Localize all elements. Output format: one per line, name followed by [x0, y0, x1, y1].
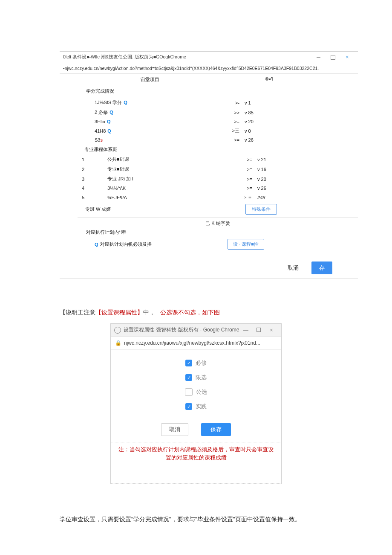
dialog-title: 设置课程属性-强智科技-版权所有 - Google Chrome: [124, 326, 239, 334]
header-value: ®»'I: [222, 76, 316, 83]
lock-icon: 🔒: [115, 340, 121, 346]
dialog-cancel-button[interactable]: 取消: [161, 423, 188, 436]
credit-row: 2 必修Q >> v 85: [78, 108, 358, 117]
close-icon[interactable]: ×: [340, 54, 355, 60]
section-credit-status: 学分完成情况: [78, 87, 358, 98]
info-icon[interactable]: Q: [107, 128, 111, 134]
plan-label: 对应执行计划内*!程: [78, 227, 358, 237]
dialog-window: 设置课程属性-强智科技-版权所有 - Google Chrome — × 🔒 n…: [110, 323, 282, 484]
instruction-text: 【说明工注意【设置课程属性】中， 公选课不勾选，如下图: [60, 309, 392, 317]
checkbox-icon[interactable]: [185, 360, 192, 366]
close-icon[interactable]: ×: [265, 327, 278, 333]
option-limited[interactable]: 限选: [111, 370, 281, 385]
option-practice[interactable]: 实践: [111, 399, 281, 414]
window-title: 0lelt 条件设■-WIle 潮&技友任公国. 版权所为■GOogkChrom…: [63, 54, 186, 60]
globe-icon: [114, 327, 121, 334]
minimize-icon[interactable]: —: [239, 327, 252, 333]
maximize-icon[interactable]: [326, 54, 340, 60]
footer-label: 专斑 W 成姬: [85, 206, 111, 212]
header-item: 宙堂项目: [78, 76, 222, 83]
address-bar: •njwc.nczy.edu.cn/newbyglAction.do?metho…: [60, 63, 358, 74]
minimize-icon[interactable]: [311, 54, 326, 60]
info-icon[interactable]: Q: [107, 119, 111, 124]
dialog-titlebar: 设置课程属性-强智科技-版权所有 - Google Chrome — ×: [111, 324, 281, 337]
course-row: 5 ¾EJEΨΛ ＞＝ 248: [78, 192, 358, 202]
window-titlebar: 0lelt 条件设■-WIle 潮&技友任公国. 版权所为■GOogkChrom…: [60, 52, 358, 63]
course-row: 3 专业 JRi 加 I >= v 20: [78, 174, 358, 184]
special-condition-button[interactable]: 特殊条件: [245, 204, 277, 215]
final-paragraph: 学位审查设置，只需要设置"学分完成情况"，要求与"毕业条件设置"页面中设置值保持…: [60, 514, 366, 525]
checkbox-icon[interactable]: [185, 374, 192, 381]
dialog-address-bar: 🔒 njwc.nczy.edu.cn/jiaowu/xjgl/newbygl/s…: [111, 337, 281, 350]
checkbox-icon[interactable]: [185, 388, 193, 396]
credit-row: 41H8Q >三 v 0: [78, 126, 358, 136]
course-row: 2 专业■础课 >= v 16: [78, 164, 358, 174]
checkbox-icon[interactable]: [185, 403, 192, 410]
main-window: 0lelt 条件设■-WIle 潮&技友任公国. 版权所为■GOogkChrom…: [60, 51, 358, 279]
cancel-button[interactable]: 取涌: [282, 262, 305, 274]
save-button[interactable]: 存: [311, 262, 332, 274]
plan-check-label: 对应执计划内帆必须及揍: [100, 241, 152, 247]
credit-row: 3HliaQ >= v 20: [78, 117, 358, 126]
credit-row: S3s >= v 26: [78, 136, 358, 144]
options-group: 必修 限选 公选 实践: [111, 350, 281, 417]
set-course-attr-button[interactable]: 设 · 课程■性: [228, 239, 264, 250]
info-icon[interactable]: Q: [124, 100, 127, 105]
course-row: 4 3¼½^/\K >= v 26: [78, 184, 358, 192]
column-headers: 宙堂项目 ®»'I: [78, 74, 358, 87]
credit-row: 1J%SfS 学分Q >- v 1: [78, 98, 358, 108]
course-row: 1 公共■础课 >= v 21: [78, 154, 358, 164]
dialog-save-button[interactable]: 保存: [201, 423, 231, 436]
paid-status: 已 K 纳字烫: [78, 218, 358, 227]
info-icon[interactable]: Q: [110, 110, 113, 115]
section-major-system: 专业课程体系斑: [78, 144, 358, 154]
maximize-icon[interactable]: [252, 327, 265, 333]
checkbox-icon[interactable]: Q: [95, 242, 98, 247]
option-required[interactable]: 必修: [111, 356, 281, 370]
action-bar: 取涌 存: [60, 257, 358, 279]
option-public-elective[interactable]: 公选: [111, 385, 281, 399]
warning-note: 注：当勾选对应执行计划内课程必须及格后，审查时只会审查设置的对应属性的课程成绩: [117, 446, 275, 462]
